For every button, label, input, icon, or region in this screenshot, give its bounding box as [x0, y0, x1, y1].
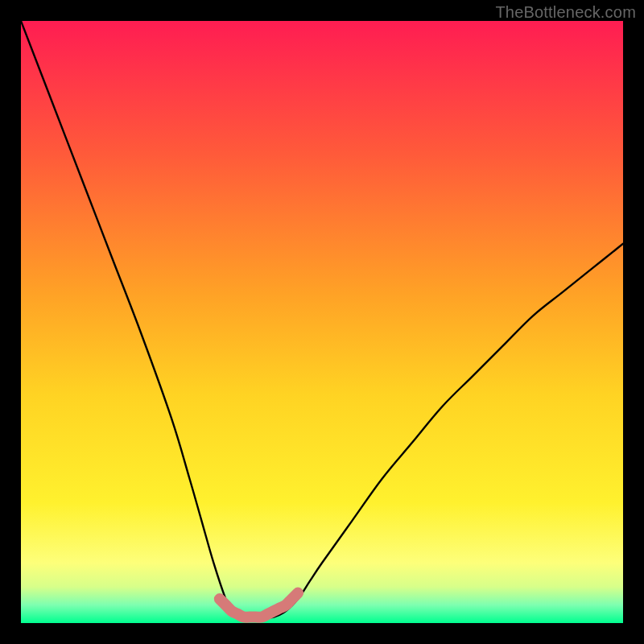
watermark-label: TheBottleneck.com	[495, 3, 636, 22]
chart-plot-area	[21, 21, 623, 623]
chart-frame: TheBottleneck.com	[0, 0, 644, 644]
gradient-background	[21, 21, 623, 623]
bottleneck-chart	[21, 21, 623, 623]
